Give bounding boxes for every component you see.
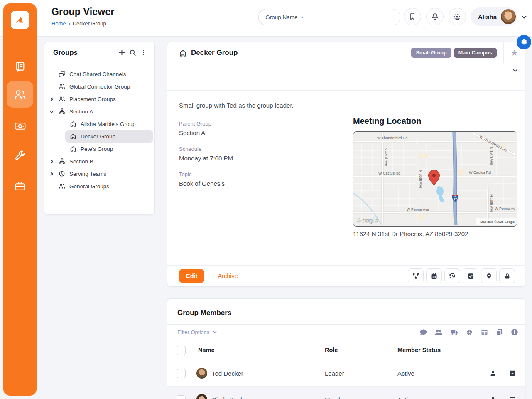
search-groups-button[interactable]: [127, 47, 138, 58]
transportation-button[interactable]: [451, 329, 458, 335]
users-icon: [435, 329, 443, 336]
group-roster-button[interactable]: [435, 329, 443, 336]
badge-campus: Main Campus: [454, 48, 497, 58]
group-tool-buttons: [408, 268, 515, 283]
star-icon: ★: [511, 48, 518, 58]
map[interactable]: 17 W Thunderbird Rd W Thunderbird Rd N 4…: [353, 131, 517, 227]
field-topic: Topic Book of Genesis: [179, 171, 233, 187]
communicate-button[interactable]: [420, 329, 427, 336]
theme-button[interactable]: [449, 8, 466, 25]
sidebar-item-tools[interactable]: [3, 144, 37, 167]
tree-item-general-groups[interactable]: General Groups: [44, 180, 154, 192]
svg-text:17: 17: [454, 197, 457, 201]
sidebar-item-people[interactable]: [3, 83, 37, 106]
group-members-panel: Group Members Filter Options Name Role M…: [167, 298, 525, 399]
expand-details-button[interactable]: [512, 67, 518, 74]
tree-options-button[interactable]: [138, 47, 149, 58]
annotation-asterisk-button[interactable]: ✱: [517, 35, 531, 49]
column-header-status: Member Status: [397, 347, 441, 353]
security-button[interactable]: [499, 268, 515, 283]
group-structure-button[interactable]: [408, 268, 424, 283]
sidebar-item-finance[interactable]: [3, 114, 37, 138]
plus-icon: [118, 49, 125, 56]
home-icon: [179, 49, 187, 57]
search-input[interactable]: [310, 9, 400, 25]
chevron-right-icon[interactable]: [49, 172, 59, 176]
users-icon: [59, 83, 66, 90]
tree-item-label: Serving Teams: [69, 171, 106, 177]
attendance-button[interactable]: [463, 268, 478, 283]
tree-item-global-connector-group[interactable]: Global Connector Group: [44, 80, 154, 93]
tree-item-section-b[interactable]: Section B: [44, 155, 154, 167]
user-name: Alisha: [478, 13, 497, 20]
person-profile-button[interactable]: [490, 396, 496, 399]
add-member-button[interactable]: [511, 328, 518, 336]
chevron-down-icon[interactable]: [521, 14, 527, 20]
wrench-icon: [14, 150, 26, 162]
search-type-dropdown[interactable]: Group Name ▾: [259, 9, 310, 25]
notifications-button[interactable]: [426, 8, 444, 25]
groups-panel-title: Groups: [53, 49, 116, 57]
person-profile-button[interactable]: [490, 370, 496, 377]
archive-box-icon: [509, 370, 516, 377]
edit-button[interactable]: Edit: [179, 269, 204, 283]
column-header-role: Role: [325, 347, 338, 353]
filter-options-button[interactable]: Filter Options: [177, 329, 217, 335]
check-square-icon: [468, 273, 474, 279]
chevron-right-icon[interactable]: [49, 159, 59, 164]
archive-member-button[interactable]: [509, 396, 516, 399]
chevron-right-icon[interactable]: [49, 97, 59, 101]
map-attribution: Map data ©2025 Google: [480, 220, 515, 224]
archive-link[interactable]: Archive: [218, 273, 238, 279]
breadcrumb-home-link[interactable]: Home: [51, 20, 66, 27]
breadcrumb-current: Decker Group: [73, 20, 106, 27]
member-row-ted-decker[interactable]: Ted Decker Leader Active: [167, 360, 525, 387]
member-avatar: [196, 368, 207, 379]
tree-item-label: Section A: [69, 108, 93, 115]
group-search: Group Name ▾: [258, 9, 400, 25]
member-row-cindy-decker[interactable]: Cindy Decker Member Active: [167, 387, 525, 399]
badge-bar: [167, 64, 525, 77]
tree-item-section-a[interactable]: Section A: [44, 105, 154, 118]
add-group-button[interactable]: [116, 47, 127, 58]
select-all-checkbox[interactable]: [177, 346, 186, 355]
truck-icon: [451, 329, 458, 335]
sidebar-item-journal[interactable]: [3, 55, 37, 78]
user-menu[interactable]: Alisha: [471, 7, 517, 26]
history-button[interactable]: [444, 268, 460, 283]
tree-item-petes-group[interactable]: Pete's Group: [44, 143, 154, 155]
tree-item-placement-groups[interactable]: Placement Groups: [44, 93, 154, 105]
members-grid-tools: [420, 328, 518, 336]
grid-layout-button[interactable]: [481, 329, 488, 336]
tree-item-decker-group[interactable]: Decker Group: [44, 130, 154, 143]
chevron-down-icon: [212, 330, 217, 335]
archive-member-button[interactable]: [509, 370, 516, 377]
tree-item-label: Alisha Marble’s Group: [81, 121, 136, 127]
tree-item-label: General Groups: [69, 183, 109, 190]
app-logo[interactable]: [11, 11, 29, 29]
sidebar-item-work[interactable]: [3, 175, 37, 198]
field-value: Monday at 7:00 PM: [179, 155, 233, 162]
bookmark-button[interactable]: [404, 8, 421, 25]
tree-item-chat-shared-channels[interactable]: Chat Shared Channels: [44, 68, 154, 80]
clock-icon: [59, 170, 66, 177]
chevron-down-icon[interactable]: [49, 109, 59, 114]
users-icon: [59, 183, 66, 190]
chevron-down-icon: [512, 67, 518, 74]
row-checkbox[interactable]: [177, 395, 186, 399]
member-role: Leader: [325, 370, 344, 377]
groups-tree: Chat Shared Channels Global Connector Gr…: [44, 63, 154, 192]
schedule-button[interactable]: [426, 268, 442, 283]
tree-item-serving-teams[interactable]: Serving Teams: [44, 167, 154, 180]
member-status: Active: [397, 370, 414, 377]
tree-item-alisha-marbles-group[interactable]: Alisha Marble’s Group: [44, 118, 154, 130]
table-icon: [481, 329, 488, 336]
person-icon: [490, 370, 496, 377]
groups-panel-header: Groups: [44, 42, 154, 63]
row-checkbox[interactable]: [177, 369, 186, 378]
bookmark-icon: [409, 13, 416, 20]
copy-button[interactable]: [496, 329, 503, 336]
sun-horizon-icon: [453, 12, 461, 21]
settings-button[interactable]: [466, 329, 473, 336]
map-location-button[interactable]: [481, 268, 497, 283]
